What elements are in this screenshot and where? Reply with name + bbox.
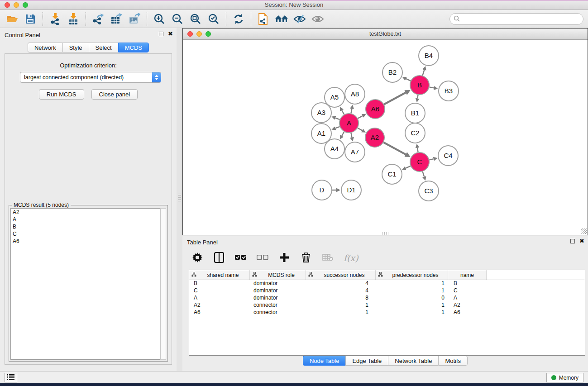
edge-A-A6[interactable]: [358, 116, 362, 119]
main-titlebar[interactable]: Session: New Session: [0, 0, 588, 10]
search-field[interactable]: [449, 13, 583, 25]
network-window-titlebar[interactable]: testGlobe.txt: [183, 29, 588, 40]
edge-C-C3[interactable]: [423, 172, 425, 177]
delete-column-button[interactable]: [300, 252, 312, 264]
table-row[interactable]: Adominator80A: [189, 295, 585, 302]
node-B1[interactable]: B1: [405, 103, 425, 123]
result-list-item[interactable]: B: [11, 223, 160, 230]
node-B3[interactable]: B3: [439, 81, 459, 101]
tab-node-table[interactable]: Node Table: [303, 356, 346, 366]
table-cell[interactable]: 1: [376, 309, 448, 316]
table-cell[interactable]: 1: [306, 302, 376, 309]
tab-style[interactable]: Style: [62, 43, 89, 52]
tab-edge-table[interactable]: Edge Table: [345, 356, 388, 366]
table-cell[interactable]: C: [189, 287, 250, 295]
table-cell[interactable]: dominator: [250, 295, 306, 302]
table-cell[interactable]: dominator: [250, 287, 306, 295]
search-input[interactable]: [460, 14, 583, 24]
node-C1[interactable]: C1: [382, 164, 402, 184]
node-C2[interactable]: C2: [405, 123, 425, 143]
edge-A6-B[interactable]: [384, 93, 406, 105]
table-cell[interactable]: B: [448, 280, 487, 287]
table-cell[interactable]: A2: [448, 302, 487, 309]
table-cell[interactable]: 4: [306, 287, 376, 295]
node-A5[interactable]: A5: [325, 87, 344, 107]
delete-table-button[interactable]: [322, 252, 334, 264]
memory-button[interactable]: Memory: [546, 373, 583, 382]
edge-A2-C[interactable]: [383, 143, 406, 155]
node-A3[interactable]: A3: [311, 103, 331, 123]
float-panel-icon[interactable]: [159, 32, 163, 36]
edge-B-B1[interactable]: [417, 95, 418, 99]
node-A[interactable]: A: [339, 114, 359, 133]
result-list-item[interactable]: C: [11, 230, 160, 238]
save-session-button[interactable]: [23, 12, 38, 26]
table-cell[interactable]: B: [189, 280, 250, 287]
node-B[interactable]: B: [410, 76, 429, 95]
column-header-shared-name[interactable]: shared name: [189, 270, 250, 280]
mcds-result-list[interactable]: A2ABCA6: [10, 208, 160, 360]
edge-A-A8[interactable]: [351, 109, 352, 113]
table-cell[interactable]: 1: [376, 302, 448, 309]
table-cell[interactable]: connector: [250, 309, 306, 316]
column-header-MCDS-role[interactable]: MCDS role: [250, 270, 306, 280]
node-C4[interactable]: C4: [438, 146, 458, 166]
tab-mcds[interactable]: MCDS: [118, 43, 149, 52]
table-cell[interactable]: C: [448, 287, 487, 295]
edge-A-A2[interactable]: [358, 128, 362, 131]
column-header-name[interactable]: name: [448, 270, 487, 280]
edge-C-C2[interactable]: [417, 148, 418, 152]
result-list-scrollbar[interactable]: [160, 208, 166, 360]
tab-select[interactable]: Select: [89, 43, 118, 52]
table-cell[interactable]: A6: [189, 309, 250, 316]
edge-A-A1[interactable]: [335, 127, 340, 129]
table-cell[interactable]: 8: [306, 295, 376, 302]
close-panel-icon[interactable]: ✖: [168, 32, 173, 36]
close-panel-button[interactable]: Close panel: [91, 89, 138, 100]
result-list-item[interactable]: A: [11, 216, 160, 223]
table-row[interactable]: A2connector11A2: [189, 302, 585, 309]
table-cell[interactable]: A: [448, 295, 487, 302]
show-eye-button[interactable]: [310, 12, 325, 26]
close-table-panel-icon[interactable]: ✖: [579, 239, 584, 243]
import-table-button[interactable]: [66, 12, 81, 26]
table-row[interactable]: A6connector11A6: [189, 309, 585, 316]
table-cell[interactable]: dominator: [250, 280, 306, 287]
node-A8[interactable]: A8: [345, 84, 365, 104]
edge-A-A3[interactable]: [335, 118, 340, 120]
zoom-fit-button[interactable]: [188, 12, 203, 26]
edge-A-A7[interactable]: [351, 133, 352, 138]
table-cell[interactable]: 1: [376, 280, 448, 287]
home-button[interactable]: [274, 12, 289, 26]
tab-motifs[interactable]: Motifs: [438, 356, 468, 366]
table-cell[interactable]: A2: [189, 302, 250, 309]
run-mcds-button[interactable]: Run MCDS: [39, 89, 84, 100]
column-header-predecessor-nodes[interactable]: predecessor nodes: [376, 270, 448, 280]
import-network-button[interactable]: [48, 12, 63, 26]
zoom-selected-button[interactable]: [206, 12, 221, 26]
column-visibility-button[interactable]: [213, 252, 225, 264]
table-cell[interactable]: A: [189, 295, 250, 302]
tab-network-table[interactable]: Network Table: [388, 356, 438, 366]
node-B2[interactable]: B2: [382, 62, 402, 82]
node-A6[interactable]: A6: [366, 100, 385, 119]
column-header-successor-nodes[interactable]: successor nodes: [306, 270, 376, 280]
node-D[interactable]: D: [312, 180, 332, 200]
table-cell[interactable]: 1: [306, 309, 376, 316]
select-all-checks-button[interactable]: [235, 252, 247, 264]
refresh-button[interactable]: [231, 12, 246, 26]
table-row[interactable]: Bdominator41B: [189, 280, 585, 287]
edge-A-A5[interactable]: [342, 110, 344, 114]
horizontal-splitter-grip[interactable]: [382, 232, 389, 235]
node-D1[interactable]: D1: [341, 180, 361, 200]
node-B4[interactable]: B4: [419, 46, 439, 66]
zoom-out-button[interactable]: [170, 12, 185, 26]
node-C3[interactable]: C3: [419, 181, 439, 201]
table-cell[interactable]: 1: [376, 287, 448, 295]
edge-C-C1[interactable]: [406, 166, 411, 168]
export-table-button[interactable]: [109, 12, 124, 26]
edge-B-B3[interactable]: [430, 87, 434, 88]
tab-network[interactable]: Network: [28, 43, 62, 52]
window-resize-grip[interactable]: [581, 229, 587, 234]
float-table-panel-icon[interactable]: [570, 239, 575, 243]
